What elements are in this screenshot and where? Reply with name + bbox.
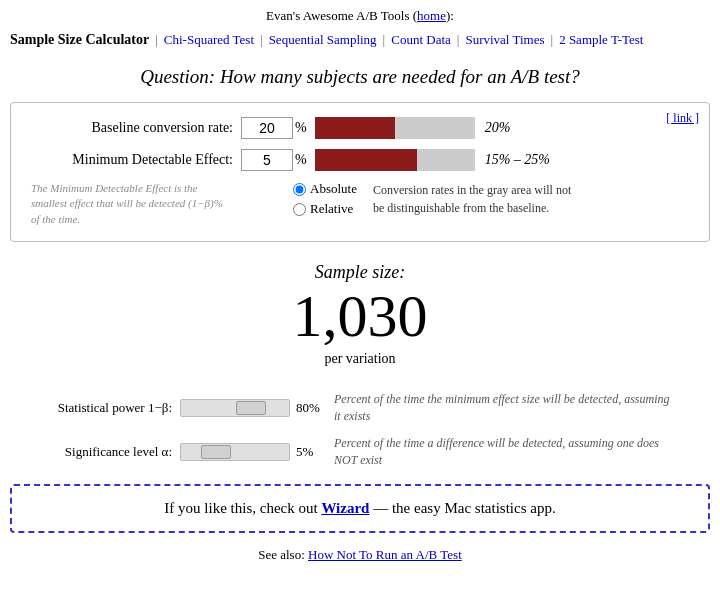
wizard-link[interactable]: Wizard bbox=[321, 500, 369, 516]
nav-title: Sample Size Calculator bbox=[10, 32, 149, 48]
mde-label: Minimum Detectable Effect: bbox=[31, 152, 241, 168]
nav-sequential[interactable]: Sequential Sampling bbox=[269, 32, 377, 48]
baseline-row: Baseline conversion rate: % 20% bbox=[31, 117, 689, 139]
power-track[interactable] bbox=[180, 399, 290, 417]
see-also-link[interactable]: How Not To Run an A/B Test bbox=[308, 547, 462, 562]
baseline-bar bbox=[315, 117, 475, 139]
wizard-box: If you like this, check out Wizard — the… bbox=[10, 484, 710, 533]
wizard-text-before: If you like this, check out bbox=[164, 500, 321, 516]
see-also-prefix: See also: bbox=[258, 547, 308, 562]
mde-bar-gray bbox=[417, 149, 475, 171]
per-variation: per variation bbox=[0, 351, 720, 367]
power-label: Statistical power 1−β: bbox=[10, 400, 180, 416]
significance-track[interactable] bbox=[180, 443, 290, 461]
baseline-bar-fill bbox=[315, 117, 395, 139]
significance-thumb[interactable] bbox=[201, 445, 231, 459]
mde-input[interactable] bbox=[241, 149, 293, 171]
significance-value: 5% bbox=[296, 444, 334, 460]
home-link[interactable]: home bbox=[417, 8, 446, 23]
nav-ttest[interactable]: 2 Sample T-Test bbox=[559, 32, 643, 48]
mde-pct: % bbox=[295, 152, 307, 168]
radio-group: Absolute Relative bbox=[241, 181, 357, 227]
page-question: Question: How many subjects are needed f… bbox=[0, 66, 720, 88]
mde-row: Minimum Detectable Effect: % 15% – 25% bbox=[31, 149, 689, 171]
main-input-box: [ link ] Baseline conversion rate: % 20%… bbox=[10, 102, 710, 242]
mde-bar bbox=[315, 149, 475, 171]
baseline-pct: % bbox=[295, 120, 307, 136]
baseline-label: Baseline conversion rate: bbox=[31, 120, 241, 136]
wizard-text-after: — the easy Mac statistics app. bbox=[369, 500, 555, 516]
sample-label: Sample size: bbox=[0, 262, 720, 283]
radio-relative-label: Relative bbox=[310, 201, 353, 217]
nav-bar: Sample Size Calculator | Chi-Squared Tes… bbox=[0, 28, 720, 56]
significance-label: Significance level α: bbox=[10, 444, 180, 460]
mde-bar-dark bbox=[315, 149, 417, 171]
hint-text: The Minimum Detectable Effect is the sma… bbox=[31, 181, 241, 227]
sample-number: 1,030 bbox=[0, 283, 720, 349]
nav-chi-squared[interactable]: Chi-Squared Test bbox=[164, 32, 254, 48]
nav-count-data[interactable]: Count Data bbox=[391, 32, 451, 48]
radio-absolute-label: Absolute bbox=[310, 181, 357, 197]
significance-desc: Percent of the time a difference will be… bbox=[334, 435, 674, 469]
nav-survival[interactable]: Survival Times bbox=[465, 32, 544, 48]
mde-bar-container: 15% – 25% bbox=[315, 149, 689, 171]
sample-section: Sample size: 1,030 per variation bbox=[0, 262, 720, 367]
conversion-note: Conversion rates in the gray area will n… bbox=[373, 181, 573, 227]
baseline-input[interactable] bbox=[241, 117, 293, 139]
significance-row: Significance level α: 5% Percent of the … bbox=[10, 435, 710, 469]
link-corner[interactable]: [ link ] bbox=[666, 111, 699, 126]
power-desc: Percent of the time the minimum effect s… bbox=[334, 391, 674, 425]
power-row: Statistical power 1−β: 80% Percent of th… bbox=[10, 391, 710, 425]
topbar-text2: ): bbox=[446, 8, 454, 23]
topbar-text: Evan's Awesome A/B Tools ( bbox=[266, 8, 417, 23]
mde-bar-label: 15% – 25% bbox=[485, 152, 550, 168]
radio-relative[interactable]: Relative bbox=[293, 201, 357, 217]
power-thumb[interactable] bbox=[236, 401, 266, 415]
radio-relative-input[interactable] bbox=[293, 203, 306, 216]
radio-absolute-input[interactable] bbox=[293, 183, 306, 196]
bottom-section: The Minimum Detectable Effect is the sma… bbox=[31, 181, 689, 227]
sliders-section: Statistical power 1−β: 80% Percent of th… bbox=[10, 391, 710, 468]
top-bar: Evan's Awesome A/B Tools (home): bbox=[0, 0, 720, 28]
baseline-bar-container: 20% bbox=[315, 117, 689, 139]
see-also: See also: How Not To Run an A/B Test bbox=[0, 547, 720, 563]
radio-absolute[interactable]: Absolute bbox=[293, 181, 357, 197]
baseline-bar-label: 20% bbox=[485, 120, 511, 136]
power-value: 80% bbox=[296, 400, 334, 416]
